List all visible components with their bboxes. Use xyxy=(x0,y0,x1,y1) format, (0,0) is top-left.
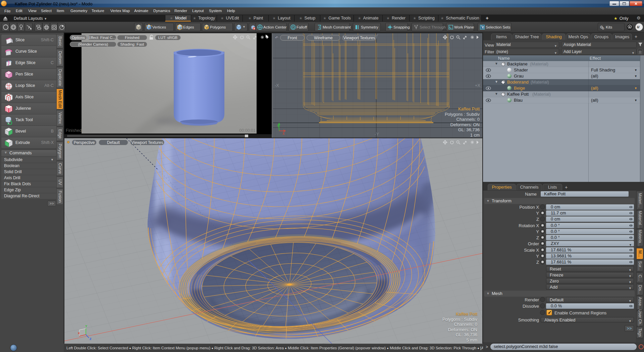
svg-text:X: X xyxy=(78,332,80,335)
svg-text:Y: Y xyxy=(85,324,87,328)
svg-text:Y: Y xyxy=(277,124,279,128)
svg-text:⚙: ⚙ xyxy=(602,27,604,30)
svg-text:Z: Z xyxy=(90,337,92,341)
svg-text:X: X xyxy=(282,132,285,135)
